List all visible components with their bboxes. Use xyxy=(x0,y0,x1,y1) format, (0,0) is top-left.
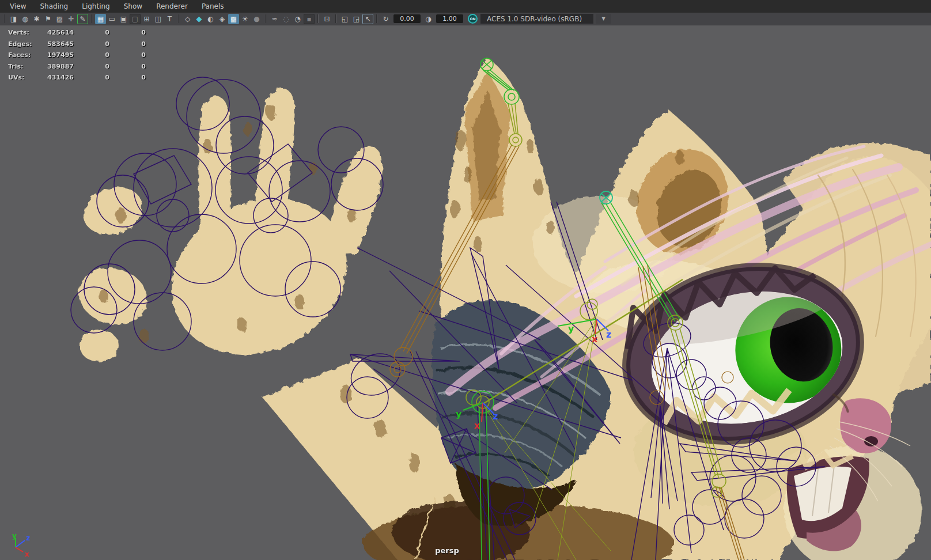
hud-value: 0 xyxy=(74,63,109,70)
hud-label: Verts: xyxy=(8,29,40,36)
screen-space-ao-icon[interactable]: ≈ xyxy=(269,14,280,24)
hud-row-uvs: UVs: 431426 0 0 xyxy=(8,72,146,84)
camera-settings-icon[interactable]: ✱ xyxy=(31,14,42,24)
pan-zoom-icon[interactable]: ✛ xyxy=(66,14,77,24)
exposure-field[interactable]: 0.00 xyxy=(393,14,421,23)
menu-panels[interactable]: Panels xyxy=(195,1,230,12)
hud-stats: Verts: 425614 0 0 Edges: 583645 0 0 Face… xyxy=(8,27,146,84)
gizmo-y-label: y xyxy=(12,532,17,540)
safe-title-icon[interactable]: T xyxy=(164,14,175,24)
axis-x-label: x xyxy=(592,334,598,345)
hud-value: 0 xyxy=(109,40,146,48)
viewport[interactable]: y x z y x z y z x xyxy=(0,25,931,560)
film-gate-icon[interactable]: ▭ xyxy=(107,14,118,24)
use-all-lights-icon[interactable]: ▩ xyxy=(228,14,239,24)
textured-mode-icon[interactable]: ◈ xyxy=(217,14,228,24)
hud-value: 0 xyxy=(74,29,109,36)
view-transform-select[interactable]: ACES 1.0 SDR-video (sRGB) xyxy=(480,14,593,24)
hud-value: 0 xyxy=(74,40,109,48)
image-plane-icon[interactable]: ▨ xyxy=(54,14,65,24)
hud-label: UVs: xyxy=(8,74,40,81)
color-management-toggle-icon[interactable]: ON xyxy=(468,14,478,24)
resolution-gate-icon[interactable]: ▣ xyxy=(118,14,129,24)
toolbar-separator xyxy=(4,14,5,23)
panel-toolbar: ◨ ◍ ✱ ⚑ ▨ ✛ ✎ ▦ ▭ ▣ ▢ ⊞ ◫ T ◇ ◆ ◐ ◈ ▩ ☀ … xyxy=(0,13,931,25)
view-transform-arrow-icon[interactable]: ▼ xyxy=(596,14,611,24)
hud-row-edges: Edges: 583645 0 0 xyxy=(8,39,146,50)
grid-icon[interactable]: ▦ xyxy=(95,14,106,24)
xray-joints-icon[interactable]: ◲ xyxy=(351,14,362,24)
grease-pencil-icon[interactable]: ✎ xyxy=(77,14,88,24)
gizmo-x-label: x xyxy=(25,550,29,558)
gizmo-z-label: z xyxy=(26,534,30,542)
hud-value: 431426 xyxy=(40,74,74,81)
field-chart-icon[interactable]: ⊞ xyxy=(141,14,152,24)
xray-icon[interactable]: ◱ xyxy=(339,14,350,24)
shadows-icon[interactable]: ● xyxy=(251,14,262,24)
gamma-icon[interactable]: ◑ xyxy=(423,14,434,24)
hud-value: 583645 xyxy=(40,40,74,48)
maya-viewport-panel: View Shading Lighting Show Renderer Pane… xyxy=(0,0,931,560)
hud-label: Faces: xyxy=(8,51,40,59)
axis-y-label: y xyxy=(568,323,574,334)
toolbar-separator xyxy=(376,14,377,23)
toolbar-separator xyxy=(91,14,92,23)
axis-z-label: z xyxy=(606,329,611,340)
hud-value: 0 xyxy=(109,51,146,59)
hud-value: 0 xyxy=(109,74,146,81)
menu-lighting[interactable]: Lighting xyxy=(75,1,116,12)
shaded-mode-icon[interactable]: ◆ xyxy=(194,14,205,24)
bookmark-icon[interactable]: ⚑ xyxy=(43,14,54,24)
toolbar-separator xyxy=(335,14,336,23)
hud-value: 389887 xyxy=(40,63,74,70)
anti-aliasing-icon[interactable]: ◔ xyxy=(292,14,303,24)
menu-show[interactable]: Show xyxy=(118,1,149,12)
panel-menu-bar: View Shading Lighting Show Renderer Pane… xyxy=(0,0,931,13)
hud-row-verts: Verts: 425614 0 0 xyxy=(8,27,146,39)
hud-value: 425614 xyxy=(40,29,74,36)
menu-shading[interactable]: Shading xyxy=(33,1,74,12)
toolbar-separator xyxy=(317,14,319,23)
safe-action-icon[interactable]: ◫ xyxy=(153,14,164,24)
exposure-icon[interactable]: ↻ xyxy=(380,14,391,24)
menu-view[interactable]: View xyxy=(3,1,32,12)
axis-y-label: y xyxy=(456,408,462,419)
hud-label: Edges: xyxy=(8,40,40,48)
hud-value: 0 xyxy=(74,74,109,81)
gate-mask-icon[interactable]: ▢ xyxy=(130,14,141,24)
isolate-select-icon[interactable]: ▪ xyxy=(304,14,315,24)
axis-z-label: z xyxy=(493,411,498,422)
wireframe-mode-icon[interactable]: ◇ xyxy=(182,14,193,24)
object-selection-icon[interactable]: ⊡ xyxy=(321,14,332,24)
hud-row-tris: Tris: 389887 0 0 xyxy=(8,61,146,73)
gamma-field[interactable]: 1.00 xyxy=(436,14,463,23)
hud-value: 0 xyxy=(74,51,109,59)
camera-select-icon[interactable]: ◨ xyxy=(8,14,19,24)
camera-lock-icon[interactable]: ◍ xyxy=(20,14,31,24)
plugin-shading-icon[interactable]: ↖ xyxy=(362,14,373,24)
scene-3d[interactable]: y x z y x z y z x xyxy=(0,25,931,560)
hud-label: Tris: xyxy=(8,63,40,70)
axis-x-label: x xyxy=(474,420,480,431)
toolbar-separator xyxy=(265,14,266,23)
default-lighting-icon[interactable]: ☀ xyxy=(240,14,251,24)
wireframe-on-shaded-icon[interactable]: ◐ xyxy=(205,14,216,24)
motion-blur-icon[interactable]: ◌ xyxy=(281,14,292,24)
toolbar-separator xyxy=(178,14,179,23)
menu-renderer[interactable]: Renderer xyxy=(150,1,194,12)
hud-value: 197495 xyxy=(40,51,74,59)
hud-value: 0 xyxy=(109,29,146,36)
hud-value: 0 xyxy=(109,63,146,70)
camera-label: persp xyxy=(435,546,459,555)
hud-row-faces: Faces: 197495 0 0 xyxy=(8,50,146,61)
